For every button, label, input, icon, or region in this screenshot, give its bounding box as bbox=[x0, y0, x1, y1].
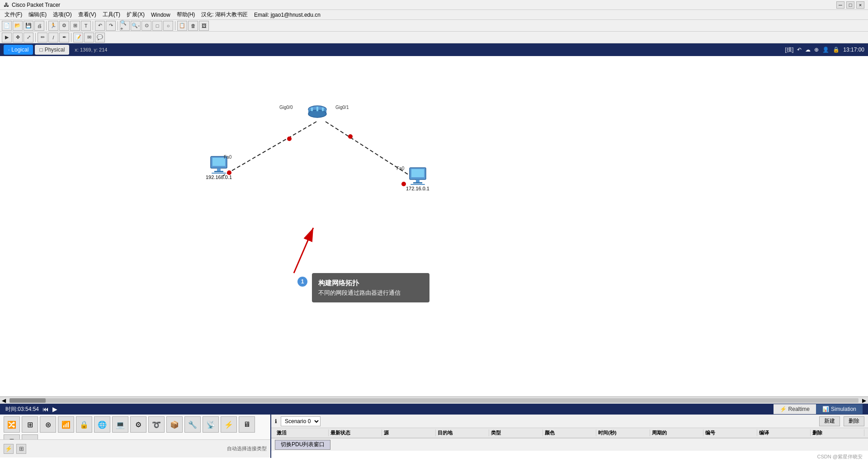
zoom-out-btn[interactable]: 🔍- bbox=[131, 21, 141, 31]
msg-btn[interactable]: 💬 bbox=[95, 33, 105, 42]
table-header-cell: 颜色 bbox=[543, 429, 597, 436]
restore-button[interactable]: □ bbox=[846, 1, 854, 9]
annotation-line1: 构建网络拓扑 bbox=[318, 278, 423, 288]
close-button[interactable]: × bbox=[856, 1, 864, 9]
zoom-in-btn[interactable]: 🔍+ bbox=[120, 21, 130, 31]
secondary-toolbar: ▶ ✥ ⤢ ✏ / ✒ 📝 ✉ 💬 bbox=[0, 32, 868, 43]
router-device[interactable] bbox=[307, 104, 328, 122]
hubs-category[interactable]: ⊛ bbox=[40, 416, 56, 433]
new-button[interactable]: 📄 bbox=[2, 21, 12, 31]
app-title-text: Cisco Packet Tracer bbox=[12, 2, 60, 8]
svg-line-7 bbox=[294, 228, 313, 273]
custom-device-3[interactable]: ⚡ bbox=[221, 416, 237, 433]
scroll-track[interactable] bbox=[9, 398, 859, 403]
settings-btn[interactable]: ⚙ bbox=[59, 21, 69, 31]
menu-item[interactable]: 工具(T) bbox=[100, 10, 123, 19]
save-button[interactable]: 💾 bbox=[24, 21, 33, 31]
menu-item[interactable]: Window bbox=[148, 11, 173, 19]
image-btn[interactable]: 🖼 bbox=[199, 21, 209, 31]
table-header-cell: 时间(秒) bbox=[596, 429, 650, 436]
menu-item[interactable]: 汉化: 湖科大教书匠 bbox=[198, 10, 250, 19]
note-btn[interactable]: 📋 bbox=[177, 21, 187, 31]
horizontal-scrollbar[interactable]: ◀ ▶ bbox=[0, 396, 868, 404]
table-header-cell: 编译 bbox=[757, 429, 811, 436]
activity-btn[interactable]: 🏃 bbox=[48, 21, 58, 31]
misc-category[interactable]: 📦 bbox=[166, 416, 183, 433]
simulation-button[interactable]: 📊 Simulation bbox=[816, 404, 863, 414]
delete-btn[interactable]: 🗑 bbox=[188, 21, 198, 31]
menu-item[interactable]: 查看(V) bbox=[75, 10, 99, 19]
resize-btn[interactable]: ⤢ bbox=[24, 33, 33, 42]
menu-item[interactable]: 选项(O) bbox=[50, 10, 74, 19]
svg-point-4 bbox=[348, 134, 353, 139]
zoom-reset-btn[interactable]: ⊙ bbox=[142, 21, 151, 31]
table-header-cell: 周期的 bbox=[650, 429, 704, 436]
menu-item[interactable]: 扩展(X) bbox=[124, 10, 147, 19]
wireless-category[interactable]: 📶 bbox=[58, 416, 74, 433]
watermark: CSDN @紫星伴晓安 bbox=[817, 453, 863, 460]
wan-category[interactable]: 🌐 bbox=[94, 416, 110, 433]
window-controls[interactable]: ─ □ × bbox=[836, 1, 864, 9]
note2-btn[interactable]: 📝 bbox=[73, 33, 83, 42]
switches-category[interactable]: ⊞ bbox=[22, 416, 38, 433]
routers-category[interactable]: 🔀 bbox=[4, 416, 20, 433]
connections-category[interactable]: ➰ bbox=[148, 416, 165, 433]
device-icons-row: 🔀 ⊞ ⊛ 📶 🔒 🌐 💻 ⚙ ➰ 📦 🔧 📡 ⚡ 🖥 📱 🖨 bbox=[0, 415, 270, 439]
draw-poly-btn[interactable]: / bbox=[48, 33, 58, 42]
ellipse-btn[interactable]: ○ bbox=[163, 21, 173, 31]
physical-mode-button[interactable]: □ Physical bbox=[35, 45, 69, 55]
bottom-panel: 时间:03:54:54 ⏮ ▶ ⚡ Realtime 📊 Simulation … bbox=[0, 404, 868, 458]
menu-item[interactable]: Email: jgao1@hnust.edu.cn bbox=[251, 11, 323, 19]
draw-line-btn[interactable]: ✏ bbox=[38, 33, 47, 42]
menu-item[interactable]: 编辑(E) bbox=[26, 10, 49, 19]
svg-rect-16 bbox=[217, 168, 221, 171]
custom-device-4[interactable]: 🖥 bbox=[239, 416, 255, 433]
toggle-pdu-button[interactable]: 切换PDU列表窗口 bbox=[275, 440, 330, 450]
play-btn[interactable]: ▶ bbox=[52, 405, 57, 413]
undo-btn[interactable]: ↶ bbox=[95, 21, 105, 31]
router-gig01-label: Gig0/1 bbox=[335, 105, 349, 110]
svg-rect-12 bbox=[316, 107, 318, 111]
annotation-badge: 1 bbox=[297, 277, 307, 287]
menu-item[interactable]: 文件(F) bbox=[2, 10, 25, 19]
pc-right-fa0-label: Fa0 bbox=[396, 166, 404, 171]
minimize-button[interactable]: ─ bbox=[836, 1, 844, 9]
main-canvas[interactable]: Gig0/0 Gig0/1 192.168.0.1 Fa0 bbox=[0, 56, 868, 396]
pc-right-device[interactable]: 172.16.0.1 bbox=[406, 167, 429, 191]
mode-toggle[interactable]: ⚡ Realtime 📊 Simulation bbox=[774, 404, 863, 414]
scroll-left-btn[interactable]: ◀ bbox=[0, 397, 8, 404]
text-btn[interactable]: T bbox=[81, 21, 91, 31]
router-icon bbox=[307, 104, 328, 122]
open-button[interactable]: 📂 bbox=[13, 21, 23, 31]
network-icon: ⊕ bbox=[814, 47, 819, 53]
enddevices-category[interactable]: 💻 bbox=[112, 416, 128, 433]
realtime-button[interactable]: ⚡ Realtime bbox=[774, 404, 816, 414]
custom-device-1[interactable]: 🔧 bbox=[184, 416, 201, 433]
redo-btn[interactable]: ↷ bbox=[106, 21, 116, 31]
components-category[interactable]: ⚙ bbox=[130, 416, 146, 433]
time-label: 时间:03:54:54 bbox=[5, 405, 39, 413]
security-category[interactable]: 🔒 bbox=[76, 416, 92, 433]
grid-btn[interactable]: ⊞ bbox=[16, 444, 26, 454]
scenario-select[interactable]: Scenario 0 bbox=[281, 416, 321, 426]
print-button[interactable]: 🖨 bbox=[34, 21, 44, 31]
svg-point-10 bbox=[308, 110, 326, 118]
logical-mode-button[interactable]: · Logical bbox=[4, 45, 33, 55]
custom-device-2[interactable]: 📡 bbox=[203, 416, 219, 433]
play-back-btn[interactable]: ⏮ bbox=[42, 405, 49, 413]
delete-pdu-button[interactable]: 删除 bbox=[844, 416, 864, 426]
new-pdu-button[interactable]: 新建 bbox=[819, 416, 840, 426]
move-btn[interactable]: ✥ bbox=[13, 33, 23, 42]
scenario-panel: ℹ Scenario 0 新建 删除 激活最新状态源目的地类型颜色时间(秒)周期… bbox=[271, 415, 868, 458]
lightning-btn[interactable]: ⚡ bbox=[4, 444, 14, 454]
simulation-icon: 📊 bbox=[822, 406, 829, 412]
scroll-right-btn[interactable]: ▶ bbox=[860, 397, 868, 404]
pencil-btn[interactable]: ✒ bbox=[59, 33, 69, 42]
email-btn[interactable]: ✉ bbox=[84, 33, 94, 42]
select-btn[interactable]: ▶ bbox=[2, 33, 12, 42]
layout-btn[interactable]: ⊞ bbox=[70, 21, 80, 31]
menu-item[interactable]: 帮助(H) bbox=[174, 10, 198, 19]
scroll-thumb[interactable] bbox=[9, 398, 46, 403]
rect-btn[interactable]: □ bbox=[152, 21, 162, 31]
svg-rect-20 bbox=[411, 169, 424, 177]
